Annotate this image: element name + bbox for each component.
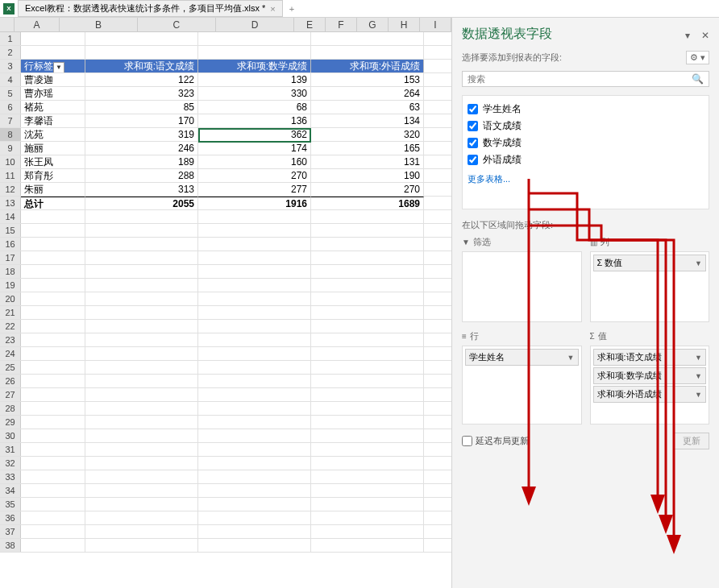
- pivot-value[interactable]: 320: [311, 128, 424, 141]
- cell[interactable]: [311, 347, 424, 360]
- cell[interactable]: [198, 525, 311, 538]
- area-item[interactable]: Σ 数值▼: [593, 255, 707, 271]
- add-tab-icon[interactable]: +: [286, 4, 297, 14]
- cell[interactable]: [21, 361, 85, 374]
- row-header[interactable]: 11: [0, 169, 21, 182]
- more-tables-link[interactable]: 更多表格...: [468, 173, 704, 185]
- cell[interactable]: [85, 416, 198, 429]
- cell[interactable]: [21, 470, 85, 483]
- area-item[interactable]: 求和项:外语成绩▼: [593, 386, 707, 403]
- pivot-row-label[interactable]: 李馨语: [21, 114, 85, 127]
- pivot-value[interactable]: 131: [311, 155, 424, 168]
- cell[interactable]: [311, 416, 424, 429]
- cell[interactable]: [311, 429, 424, 442]
- cell[interactable]: [85, 224, 198, 237]
- cell[interactable]: [311, 251, 424, 264]
- col-header-F[interactable]: F: [326, 18, 357, 31]
- row-header[interactable]: 27: [0, 388, 21, 401]
- pivot-value[interactable]: 313: [85, 183, 198, 196]
- pivot-row-label[interactable]: 曹亦瑶: [21, 87, 85, 100]
- pivot-col-header[interactable]: 求和项:数学成绩: [198, 60, 311, 72]
- cell[interactable]: [198, 511, 311, 524]
- pivot-value[interactable]: 246: [85, 142, 198, 155]
- search-icon[interactable]: 🔍: [687, 72, 709, 86]
- cell[interactable]: [85, 375, 198, 387]
- cell[interactable]: [85, 238, 198, 251]
- pivot-total-label[interactable]: 总计: [21, 197, 85, 209]
- cell[interactable]: [198, 429, 311, 442]
- col-header-H[interactable]: H: [389, 18, 420, 31]
- row-header[interactable]: 16: [0, 238, 21, 251]
- filter-area[interactable]: [462, 251, 582, 322]
- row-header[interactable]: 28: [0, 402, 21, 415]
- cell[interactable]: [311, 484, 424, 497]
- pivot-value[interactable]: 288: [85, 169, 198, 182]
- cell[interactable]: [85, 333, 198, 346]
- row-header[interactable]: 3: [0, 60, 21, 72]
- cell[interactable]: [198, 265, 311, 278]
- area-item[interactable]: 学生姓名▼: [465, 349, 579, 366]
- cell[interactable]: [21, 32, 85, 45]
- cell[interactable]: [198, 347, 311, 360]
- col-header-E[interactable]: E: [294, 18, 326, 31]
- cell[interactable]: [85, 46, 198, 59]
- row-header[interactable]: 23: [0, 333, 21, 346]
- row-header[interactable]: 1: [0, 32, 21, 45]
- cell[interactable]: [21, 210, 85, 223]
- field-item[interactable]: 数学成绩: [468, 135, 704, 151]
- cell[interactable]: [21, 525, 85, 538]
- chevron-down-icon[interactable]: ▼: [695, 259, 702, 267]
- pivot-total[interactable]: 1916: [198, 197, 311, 209]
- row-header[interactable]: 37: [0, 525, 21, 538]
- row-header[interactable]: 26: [0, 375, 21, 387]
- cell[interactable]: [85, 279, 198, 292]
- cell[interactable]: [21, 238, 85, 251]
- row-header[interactable]: 30: [0, 429, 21, 442]
- cell[interactable]: [311, 306, 424, 319]
- cell[interactable]: [311, 525, 424, 538]
- cell[interactable]: [21, 443, 85, 456]
- pivot-row-label[interactable]: 郑育彤: [21, 169, 85, 182]
- cell[interactable]: [198, 457, 311, 470]
- row-header[interactable]: 18: [0, 265, 21, 278]
- cell[interactable]: [198, 470, 311, 483]
- field-item[interactable]: 学生姓名: [468, 101, 704, 118]
- pivot-value[interactable]: 189: [85, 155, 198, 168]
- row-header[interactable]: 29: [0, 416, 21, 429]
- cell[interactable]: [21, 388, 85, 401]
- update-button[interactable]: 更新: [674, 433, 709, 449]
- cell[interactable]: [85, 361, 198, 374]
- pivot-value[interactable]: 68: [198, 101, 311, 114]
- row-header[interactable]: 33: [0, 470, 21, 483]
- pivot-rowlabel-header[interactable]: 行标签▼: [21, 60, 85, 72]
- cell[interactable]: [198, 416, 311, 429]
- cell[interactable]: [198, 251, 311, 264]
- chevron-down-icon[interactable]: ▼: [695, 354, 702, 362]
- pivot-value[interactable]: 277: [198, 183, 311, 196]
- row-header[interactable]: 14: [0, 210, 21, 223]
- cell[interactable]: [198, 279, 311, 292]
- cell[interactable]: [198, 210, 311, 223]
- pivot-total[interactable]: 1689: [311, 197, 424, 209]
- cell[interactable]: [85, 402, 198, 415]
- pivot-value[interactable]: 153: [311, 73, 424, 86]
- cell[interactable]: [85, 292, 198, 305]
- cell[interactable]: [85, 210, 198, 223]
- row-header[interactable]: 9: [0, 142, 21, 155]
- cell[interactable]: [311, 224, 424, 237]
- pivot-value[interactable]: 319: [85, 128, 198, 141]
- field-checkbox[interactable]: [468, 155, 478, 165]
- pivot-value[interactable]: 190: [311, 169, 424, 182]
- field-item[interactable]: 外语成绩: [468, 151, 704, 168]
- filter-dropdown-icon[interactable]: ▼: [53, 62, 64, 73]
- cell[interactable]: [311, 292, 424, 305]
- row-header[interactable]: 10: [0, 155, 21, 168]
- pivot-value[interactable]: 362: [198, 128, 311, 141]
- pivot-value[interactable]: 264: [311, 87, 424, 100]
- pivot-value[interactable]: 85: [85, 101, 198, 114]
- cell[interactable]: [311, 361, 424, 374]
- pivot-row-label[interactable]: 张王凤: [21, 155, 85, 168]
- cell[interactable]: [198, 306, 311, 319]
- cell[interactable]: [198, 333, 311, 346]
- col-header-D[interactable]: D: [216, 18, 294, 31]
